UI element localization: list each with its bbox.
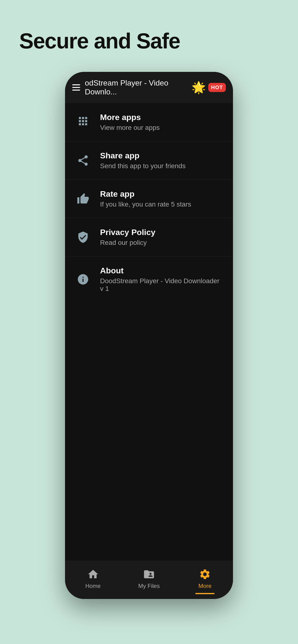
- apps-icon: [75, 114, 91, 130]
- menu-subtitle-privacy-policy: Read our policy: [100, 239, 156, 246]
- nav-label-my-files: My Files: [138, 583, 160, 590]
- app-header: odStream Player - Video Downlo... 🌟 HOT: [65, 72, 233, 103]
- menu-title-share-app: Share app: [100, 151, 186, 160]
- more-icon: [198, 568, 211, 581]
- thumbsup-icon: [75, 190, 91, 207]
- nav-item-home[interactable]: Home: [65, 568, 121, 590]
- menu-content: More apps View more our apps Share app S…: [65, 103, 233, 560]
- menu-subtitle-share-app: Send this app to your friends: [100, 162, 186, 170]
- star-badge: 🌟: [192, 81, 206, 94]
- nav-label-home: Home: [85, 583, 101, 590]
- my-files-icon: [142, 568, 156, 581]
- menu-text-rate-app: Rate app If you like, you can rate 5 sta…: [100, 189, 191, 208]
- bottom-navigation: Home My Files More: [65, 560, 233, 599]
- menu-text-more-apps: More apps View more our apps: [100, 112, 160, 132]
- menu-item-about[interactable]: About DoodStream Player - Video Download…: [65, 256, 233, 302]
- menu-item-rate-app[interactable]: Rate app If you like, you can rate 5 sta…: [65, 180, 233, 218]
- menu-item-privacy-policy[interactable]: Privacy Policy Read our policy: [65, 218, 233, 256]
- menu-title-rate-app: Rate app: [100, 189, 191, 198]
- hot-badge: HOT: [208, 83, 226, 92]
- info-icon: [75, 271, 91, 288]
- menu-title-privacy-policy: Privacy Policy: [100, 228, 156, 237]
- nav-label-more: More: [198, 583, 212, 590]
- phone-mockup: odStream Player - Video Downlo... 🌟 HOT …: [65, 72, 233, 599]
- home-icon: [87, 568, 100, 581]
- menu-text-share-app: Share app Send this app to your friends: [100, 151, 186, 170]
- menu-subtitle-about: DoodStream Player - Video Downloader v 1: [100, 277, 223, 292]
- header-badges: 🌟 HOT: [192, 81, 226, 94]
- menu-item-share-app[interactable]: Share app Send this app to your friends: [65, 141, 233, 180]
- share-icon: [75, 152, 91, 169]
- menu-item-more-apps[interactable]: More apps View more our apps: [65, 103, 233, 141]
- menu-title-more-apps: More apps: [100, 112, 160, 122]
- shield-icon: [75, 229, 91, 246]
- header-title: odStream Player - Video Downlo...: [85, 78, 192, 96]
- nav-item-my-files[interactable]: My Files: [121, 568, 177, 590]
- menu-text-about: About DoodStream Player - Video Download…: [100, 266, 223, 292]
- page-title: Secure and Safe: [19, 29, 180, 54]
- menu-subtitle-rate-app: If you like, you can rate 5 stars: [100, 200, 191, 208]
- menu-subtitle-more-apps: View more our apps: [100, 124, 160, 132]
- menu-text-privacy-policy: Privacy Policy Read our policy: [100, 228, 156, 246]
- menu-title-about: About: [100, 266, 223, 275]
- header-left: odStream Player - Video Downlo...: [72, 78, 192, 96]
- hamburger-icon[interactable]: [72, 84, 80, 90]
- nav-item-more[interactable]: More: [177, 568, 233, 590]
